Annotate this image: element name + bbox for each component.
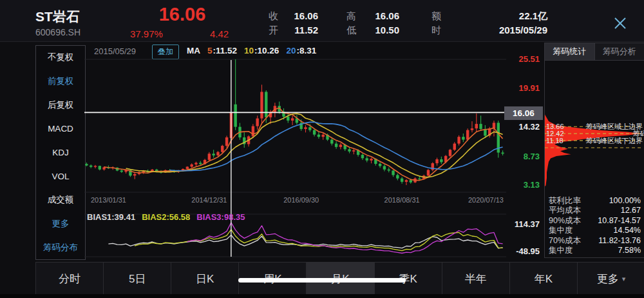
stat-value: 10.87-14.57 xyxy=(598,216,641,226)
change-percent: 37.97% xyxy=(130,28,163,39)
open-value: 11.52 xyxy=(274,25,318,35)
low-label: 低 xyxy=(346,25,356,35)
stock-name: ST岩石 xyxy=(35,8,80,26)
home-indicator[interactable] xyxy=(238,278,406,283)
tab-daily-k[interactable]: 日K xyxy=(171,263,239,295)
stat-label: 获利比率 xyxy=(549,196,581,206)
candlestick-chart[interactable]: 2013/01/312014/12/312016/09/302018/08/31… xyxy=(84,43,506,259)
tab-label: 年K xyxy=(535,272,553,286)
amount-label: 额 xyxy=(431,11,441,21)
tab-label: 更多 xyxy=(597,272,619,286)
sidebar-item-vol[interactable]: VOL xyxy=(36,164,85,188)
axis-label: 14.32 xyxy=(506,122,540,132)
stat-value: 14.54% xyxy=(614,226,641,235)
change-value: 4.42 xyxy=(210,28,229,39)
axis-label: 19.91 xyxy=(506,83,540,93)
svg-text:2013/01/31: 2013/01/31 xyxy=(91,196,126,204)
stat-value: 100.00% xyxy=(609,196,641,206)
sidebar-item-more[interactable]: 更多 xyxy=(36,212,85,235)
chip-panel-tabs: 筹码统计 筹码分析 xyxy=(545,43,644,61)
sidebar-item-no-adjust[interactable]: 不复权 xyxy=(36,46,85,70)
svg-text:2018/08/31: 2018/08/31 xyxy=(384,196,420,204)
high-value: 16.06 xyxy=(355,11,399,21)
sidebar-item-chip-distribution[interactable]: 筹码分布 xyxy=(36,235,85,259)
sidebar-item-forward-adjust[interactable]: 前复权 xyxy=(36,70,85,94)
bottom-gap xyxy=(0,294,644,298)
close-value: 16.06 xyxy=(274,11,318,21)
svg-text:2014/12/31: 2014/12/31 xyxy=(191,196,227,204)
bias-legend-item: BIAS2:56.58 xyxy=(142,212,190,222)
tab-half-year[interactable]: 半年 xyxy=(442,263,510,295)
stat-label: 集中度 xyxy=(549,226,573,235)
sidebar-item-backward-adjust[interactable]: 后复权 xyxy=(36,94,85,117)
amount-value: 22.1亿 xyxy=(440,11,547,21)
chip-stat-row: 90%成本10.87-14.57 xyxy=(549,216,641,226)
crosshair-price-badge: 16.06 xyxy=(504,106,543,120)
time-label: 时 xyxy=(431,25,441,35)
stat-label: 90%成本 xyxy=(549,216,581,226)
stat-value: 11.82-13.76 xyxy=(598,236,641,246)
sidebar-item-kdj[interactable]: KDJ xyxy=(36,141,85,164)
axis-label: 8.73 xyxy=(506,152,540,161)
bias-legend-item: BIAS3:98.35 xyxy=(196,212,245,222)
tab-chip-stats[interactable]: 筹码统计 xyxy=(545,43,595,60)
tab-label: 日K xyxy=(196,272,214,286)
tab-more[interactable]: 更多▾ xyxy=(578,263,644,295)
chip-stat-row: 平均成本12.67 xyxy=(549,206,641,215)
axis-label: 25.51 xyxy=(506,54,540,64)
close-icon xyxy=(612,15,629,32)
chip-panel: 筹码统计 筹码分析 13.66筹码峰区域上边界12.42筹码峰11.18筹码峰区… xyxy=(544,43,644,258)
stat-label: 集中度 xyxy=(549,246,573,255)
tab-chip-analysis[interactable]: 筹码分析 xyxy=(595,43,644,60)
stat-label: 平均成本 xyxy=(549,206,581,215)
close-button[interactable] xyxy=(611,14,630,34)
svg-text:2016/09/30: 2016/09/30 xyxy=(283,196,319,204)
axis-label: -48.95 xyxy=(506,246,540,256)
stock-code: 600696.SH xyxy=(35,27,80,37)
boundary-label: 筹码峰区域下边界 xyxy=(586,136,643,145)
chip-stat-row: 集中度7.58% xyxy=(549,246,641,255)
tab-year-k[interactable]: 年K xyxy=(510,263,578,295)
high-label: 高 xyxy=(346,11,356,21)
chip-stat-row: 70%成本11.82-13.76 xyxy=(549,236,641,246)
chip-boundary-row: 11.18筹码峰区域下边界 xyxy=(545,136,644,145)
stat-value: 12.67 xyxy=(621,206,641,215)
stat-label: 70%成本 xyxy=(549,236,581,246)
boundary-price: 11.18 xyxy=(546,136,564,145)
tab-five-day[interactable]: 5日 xyxy=(104,263,171,295)
chip-stats: 获利比率100.00%平均成本12.6790%成本10.87-14.57集中度1… xyxy=(549,196,641,255)
tab-label: 5日 xyxy=(129,272,146,286)
sidebar-item-turnover[interactable]: 成交额 xyxy=(36,188,85,212)
bias-legend-item: BIAS1:39.41 xyxy=(87,212,135,222)
axis-label: 114.37 xyxy=(506,219,540,229)
stat-value: 7.58% xyxy=(618,246,641,255)
last-price: 16.06 xyxy=(147,4,218,25)
time-value: 2015/05/29 xyxy=(440,25,547,35)
svg-text:2020/07/13: 2020/07/13 xyxy=(468,196,504,204)
chip-stat-row: 集中度14.54% xyxy=(549,226,641,235)
indicator-sidebar: 不复权前复权后复权MACDKDJVOL成交额更多筹码分布 xyxy=(35,45,86,260)
stock-chart-app: ST岩石 600696.SH 16.06 37.97% 4.42 收 16.06… xyxy=(0,0,644,298)
chip-stat-row: 获利比率100.00% xyxy=(549,196,641,206)
bias-legend: BIAS1:39.41BIAS2:56.58BIAS3:98.35 xyxy=(87,212,251,222)
axis-label: 3.13 xyxy=(506,180,540,190)
tab-label: 半年 xyxy=(465,272,487,286)
sidebar-item-macd[interactable]: MACD xyxy=(36,117,85,141)
tab-label: 分时 xyxy=(59,272,80,286)
header: ST岩石 600696.SH 16.06 37.97% 4.42 收 16.06… xyxy=(0,0,644,42)
low-value: 10.50 xyxy=(355,25,399,35)
caret-down-icon: ▾ xyxy=(622,275,626,283)
tab-minute[interactable]: 分时 xyxy=(36,263,104,295)
